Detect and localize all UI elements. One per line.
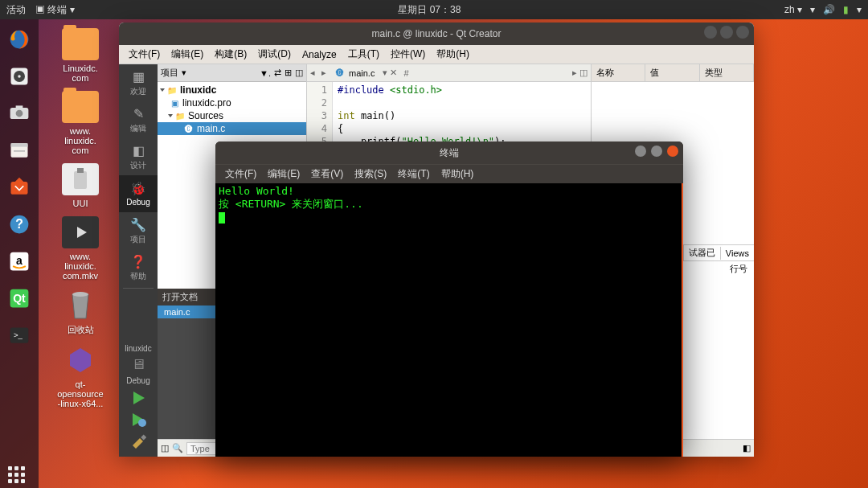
tree-main-c[interactable]: 🅒main.c	[158, 122, 306, 135]
svg-rect-9	[14, 150, 25, 152]
terminal-maximize-button[interactable]	[651, 146, 662, 157]
tree-sources[interactable]: 📁Sources	[158, 109, 306, 122]
terminal-close-button[interactable]	[667, 146, 678, 157]
tree-root[interactable]: 📁linuxidc	[158, 84, 306, 96]
svg-rect-10	[11, 182, 28, 195]
menu-debug[interactable]: 调试(D)	[253, 46, 296, 63]
desktop-icon-qt-installer[interactable]: qt- opensource -linux-x64...	[48, 344, 113, 408]
desktop-icon-www-folder[interactable]: www. linuxidc. com	[48, 91, 113, 155]
tree-pro-file[interactable]: ▣linuxidc.pro	[158, 96, 306, 109]
mode-edit[interactable]: ✎编辑	[119, 101, 158, 138]
svg-point-5	[16, 110, 23, 117]
rp-tab-debugger[interactable]: 试器已	[683, 245, 720, 260]
split-icon[interactable]: ◫	[295, 68, 303, 78]
mode-help[interactable]: ❓帮助	[119, 249, 158, 286]
term-menu-view[interactable]: 查看(V)	[306, 166, 348, 182]
mode-selector: ▦欢迎 ✎编辑 ◧设计 🐞Debug 🔧项目 ❓帮助 linuxidc 🖥 De…	[119, 64, 158, 457]
svg-text:Qt: Qt	[13, 292, 26, 305]
run-button[interactable]	[126, 388, 150, 408]
desktop-icon-mkv[interactable]: www. linuxidc. com.mkv	[48, 216, 113, 281]
launcher-help[interactable]: ?	[2, 207, 36, 241]
menu-widgets[interactable]: 控件(W)	[386, 46, 430, 63]
mode-debug[interactable]: 🐞Debug	[119, 175, 158, 212]
battery-icon[interactable]: ▮	[843, 4, 849, 15]
desktop-icon-linuxidc-folder[interactable]: Linuxidc. com	[48, 28, 113, 83]
terminal-output[interactable]: Hello World! 按 <RETURN> 来关闭窗口...	[215, 183, 683, 457]
locals-col-value[interactable]: 值	[645, 64, 699, 81]
chevron-down-icon[interactable]: ▾	[182, 68, 186, 78]
desktop-icon-trash[interactable]: 回收站	[48, 289, 113, 336]
menu-build[interactable]: 构建(B)	[210, 46, 252, 63]
app-menu[interactable]: ▣ 终端 ▾	[35, 3, 75, 17]
menu-tools[interactable]: 工具(T)	[343, 46, 384, 63]
nav-fwd-icon[interactable]: ▸	[318, 68, 330, 78]
launcher-qtcreator[interactable]: Qt	[2, 281, 36, 315]
launcher-shotwell[interactable]	[2, 96, 36, 130]
menu-edit[interactable]: 编辑(E)	[166, 46, 208, 63]
wifi-icon[interactable]: ▾	[810, 4, 815, 15]
editor-split-icon[interactable]: ▸ ◫	[569, 68, 591, 78]
menu-analyze[interactable]: Analyze	[297, 47, 342, 62]
launcher-firefox[interactable]	[2, 23, 36, 56]
launcher-amazon[interactable]: a	[2, 244, 36, 278]
launcher: ? a Qt >_	[0, 19, 39, 488]
svg-point-22	[72, 292, 88, 297]
link-icon[interactable]: ⇄	[274, 68, 281, 78]
terminal-titlebar[interactable]: 终端	[215, 141, 683, 164]
menu-file[interactable]: 文件(F)	[124, 46, 165, 63]
svg-rect-20	[77, 168, 84, 173]
term-menu-file[interactable]: 文件(F)	[220, 166, 261, 182]
system-menu-caret[interactable]: ▾	[857, 4, 862, 15]
svg-marker-23	[70, 348, 91, 372]
activities-button[interactable]: 活动	[6, 3, 26, 17]
monitor-icon: 🖥	[125, 356, 151, 373]
term-menu-help[interactable]: 帮助(H)	[436, 166, 479, 182]
term-menu-terminal[interactable]: 终端(T)	[393, 166, 434, 182]
launcher-software[interactable]	[2, 170, 36, 204]
mode-projects[interactable]: 🔧项目	[119, 212, 158, 249]
terminal-menubar: 文件(F) 编辑(E) 查看(V) 搜索(S) 终端(T) 帮助(H)	[215, 164, 683, 183]
output-pane-icon[interactable]: ◫	[161, 443, 169, 453]
volume-icon[interactable]: 🔊	[823, 4, 835, 15]
term-menu-edit[interactable]: 编辑(E)	[263, 166, 305, 182]
filter-icon[interactable]: ▼.	[260, 68, 271, 78]
svg-marker-24	[133, 392, 145, 404]
symbol-dropdown[interactable]: #	[400, 68, 411, 78]
show-applications-button[interactable]	[8, 466, 25, 483]
top-panel: 活动 ▣ 终端 ▾ 星期日 07：38 zh ▾ ▾ 🔊 ▮ ▾	[0, 0, 868, 19]
qt-titlebar[interactable]: main.c @ linuxidc - Qt Creator	[119, 23, 754, 45]
qt-close-button[interactable]	[736, 26, 749, 39]
locals-col-type[interactable]: 类型	[700, 64, 754, 81]
desktop: 活动 ▣ 终端 ▾ 星期日 07：38 zh ▾ ▾ 🔊 ▮ ▾ ? a Qt …	[0, 0, 868, 488]
build-config[interactable]: Debug	[125, 376, 151, 385]
qt-minimize-button[interactable]	[704, 26, 717, 39]
svg-text:?: ?	[15, 217, 23, 231]
mode-welcome[interactable]: ▦欢迎	[119, 64, 158, 101]
launcher-terminal[interactable]: >_	[2, 318, 36, 352]
clock[interactable]: 星期日 07：38	[75, 3, 784, 17]
desktop-icon-uui[interactable]: UUI	[48, 163, 113, 208]
svg-rect-6	[16, 105, 23, 109]
editor-tab-main-c[interactable]: 🅒main.c	[330, 68, 379, 79]
svg-rect-8	[11, 143, 28, 146]
menu-help[interactable]: 帮助(H)	[432, 46, 474, 63]
svg-text:a: a	[16, 254, 23, 267]
locals-col-name[interactable]: 名称	[592, 64, 645, 81]
mode-design[interactable]: ◧设计	[119, 138, 158, 175]
qt-maximize-button[interactable]	[720, 26, 733, 39]
term-menu-search[interactable]: 搜索(S)	[350, 166, 391, 182]
desktop-icons: Linuxidc. com www. linuxidc. com UUI www…	[48, 28, 121, 416]
sidebar-toggle-icon[interactable]: ◧	[743, 443, 751, 453]
debug-run-button[interactable]	[126, 410, 150, 429]
terminal-minimize-button[interactable]	[635, 146, 646, 157]
project-panel-title[interactable]: 项目	[161, 67, 178, 79]
launcher-rhythmbox[interactable]	[2, 59, 36, 93]
svg-point-26	[138, 419, 146, 427]
kit-selector[interactable]: linuxidc	[125, 344, 151, 353]
add-icon[interactable]: ⊞	[285, 68, 292, 78]
launcher-files[interactable]	[2, 133, 36, 167]
build-button[interactable]	[126, 432, 150, 451]
nav-back-icon[interactable]: ◂	[307, 68, 318, 78]
input-method-indicator[interactable]: zh ▾	[784, 4, 802, 15]
rp-tab-views[interactable]: Views	[720, 247, 754, 260]
